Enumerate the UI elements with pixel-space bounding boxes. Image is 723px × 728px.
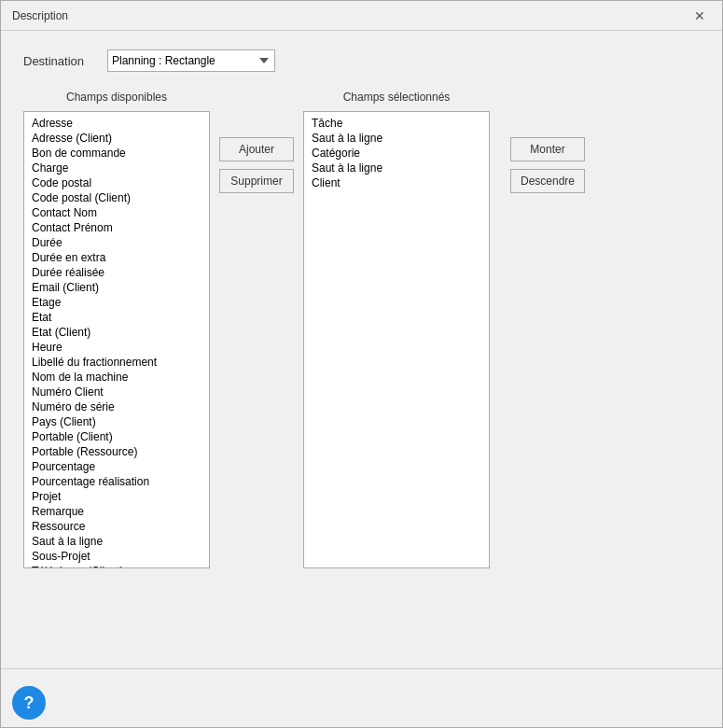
selected-fields-label: Champs sélectionnés xyxy=(343,91,451,104)
list-item[interactable]: Remarque xyxy=(24,504,209,519)
descendre-button[interactable]: Descendre xyxy=(510,169,585,193)
list-item[interactable]: Pourcentage xyxy=(24,459,209,474)
ajouter-button[interactable]: Ajouter xyxy=(219,137,294,161)
title-bar: Description ✕ xyxy=(1,1,722,31)
list-item[interactable]: Pourcentage réalisation xyxy=(24,474,209,489)
list-item[interactable]: Email (Client) xyxy=(24,280,209,295)
supprimer-button[interactable]: Supprimer xyxy=(219,169,294,193)
list-item[interactable]: Tâche xyxy=(304,116,489,131)
list-item[interactable]: Durée réalisée xyxy=(24,265,209,280)
right-buttons: Monter Descendre xyxy=(501,91,594,650)
selected-fields-list[interactable]: TâcheSaut à la ligneCatégorieSaut à la l… xyxy=(303,111,490,568)
list-item[interactable]: Portable (Ressource) xyxy=(24,444,209,459)
list-item[interactable]: Nom de la machine xyxy=(24,370,209,385)
list-item[interactable]: Projet xyxy=(24,489,209,504)
destination-row: Destination Planning : Rectangle Plannin… xyxy=(23,49,700,72)
list-item[interactable]: Client xyxy=(304,175,489,190)
list-item[interactable]: Heure xyxy=(24,340,209,355)
list-item[interactable]: Etat xyxy=(24,310,209,325)
list-item[interactable]: Code postal (Client) xyxy=(24,190,209,205)
available-fields-list[interactable]: AdresseAdresse (Client)Bon de commandeCh… xyxy=(23,111,210,568)
list-item[interactable]: Libellé du fractionnement xyxy=(24,355,209,370)
content-area: Destination Planning : Rectangle Plannin… xyxy=(1,31,722,668)
footer: ? xyxy=(1,679,722,727)
close-button[interactable]: ✕ xyxy=(688,7,711,24)
main-window: Description ✕ Destination Planning : Rec… xyxy=(0,0,723,728)
available-fields-section: Champs disponibles AdresseAdresse (Clien… xyxy=(23,91,210,650)
columns-area: Champs disponibles AdresseAdresse (Clien… xyxy=(23,91,700,650)
monter-button[interactable]: Monter xyxy=(510,137,585,161)
list-item[interactable]: Code postal xyxy=(24,175,209,190)
list-item[interactable]: Durée xyxy=(24,235,209,250)
list-item[interactable]: Saut à la ligne xyxy=(304,131,489,146)
list-item[interactable]: Contact Nom xyxy=(24,205,209,220)
list-item[interactable]: Numéro Client xyxy=(24,385,209,399)
list-item[interactable]: Durée en extra xyxy=(24,250,209,265)
available-fields-label: Champs disponibles xyxy=(66,91,167,104)
list-item[interactable]: Catégorie xyxy=(304,146,489,161)
list-item[interactable]: Ressource xyxy=(24,519,209,534)
list-item[interactable]: Pays (Client) xyxy=(24,414,209,429)
destination-select[interactable]: Planning : Rectangle Planning : Ligne Pl… xyxy=(107,49,275,72)
list-item[interactable]: Numéro de série xyxy=(24,399,209,414)
window-title: Description xyxy=(12,9,68,22)
list-item[interactable]: Contact Prénom xyxy=(24,220,209,235)
list-item[interactable]: Bon de commande xyxy=(24,146,209,161)
selected-fields-section: Champs sélectionnés TâcheSaut à la ligne… xyxy=(303,91,490,650)
list-item[interactable]: Etage xyxy=(24,295,209,310)
footer-divider xyxy=(1,668,722,669)
destination-label: Destination xyxy=(23,54,107,68)
help-button[interactable]: ? xyxy=(12,686,46,720)
list-item[interactable]: Charge xyxy=(24,161,209,175)
list-item[interactable]: Portable (Client) xyxy=(24,429,209,444)
middle-buttons: Ajouter Supprimer xyxy=(210,91,303,650)
list-item[interactable]: Saut à la ligne xyxy=(24,534,209,549)
list-item[interactable]: Saut à la ligne xyxy=(304,161,489,175)
list-item[interactable]: Téléphone (Client) xyxy=(24,564,209,568)
list-item[interactable]: Adresse xyxy=(24,116,209,131)
list-item[interactable]: Adresse (Client) xyxy=(24,131,209,146)
list-item[interactable]: Sous-Projet xyxy=(24,549,209,564)
list-item[interactable]: Etat (Client) xyxy=(24,325,209,340)
